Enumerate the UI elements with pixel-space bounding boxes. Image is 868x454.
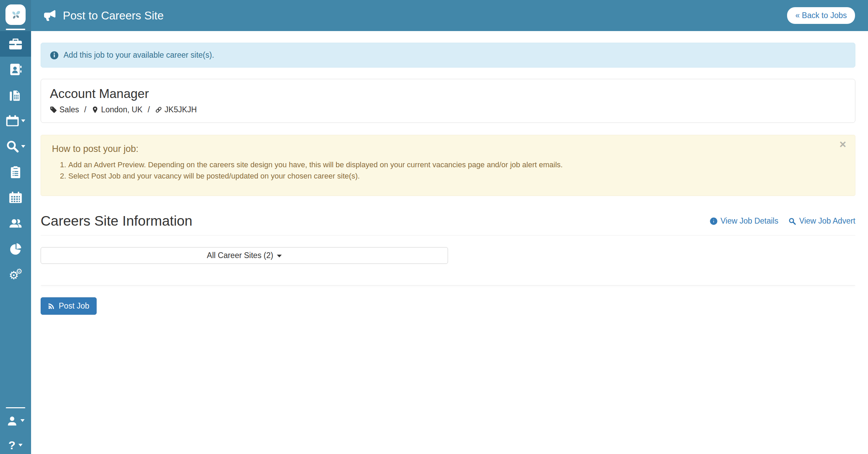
view-job-advert-link[interactable]: View Job Advert [788,216,855,226]
section-divider [41,285,855,286]
fax-icon [9,89,22,101]
careers-section-title: Careers Site Information [41,213,192,229]
post-job-button[interactable]: Post Job [41,297,97,315]
question-mark-icon: ? [9,439,16,451]
howto-panel: × How to post your job: Add an Advert Pr… [41,135,855,196]
info-alert-text: Add this job to your available career si… [64,51,214,60]
pie-chart-icon [9,242,22,255]
job-location: London, UK [92,105,142,114]
meta-separator: / [84,105,86,114]
page-title: Post to Careers Site [44,9,164,22]
help-menu[interactable]: ? [0,433,31,454]
caret-down-icon [21,119,25,122]
sidebar-item-search[interactable] [0,133,31,159]
job-title: Account Manager [50,87,846,101]
view-job-details-link[interactable]: View Job Details [710,216,779,226]
main-content: Add this job to your available career si… [31,31,868,315]
sidebar: ⚙ ⚙ ? [0,0,31,454]
info-circle-icon [710,217,717,225]
info-circle-icon [50,51,59,60]
tag-icon [50,106,57,113]
gears-icon: ⚙ ⚙ [9,268,23,281]
meta-separator: / [148,105,150,114]
address-book-icon [9,63,22,76]
info-alert: Add this job to your available career si… [41,43,855,68]
briefcase-icon [9,38,22,50]
butterfly-logo-icon [5,4,26,25]
page-header: Post to Careers Site « Back to Jobs [31,0,868,31]
sidebar-item-settings[interactable]: ⚙ ⚙ [0,261,31,287]
sidebar-item-users[interactable] [0,210,31,236]
careers-section-header: Careers Site Information View Job Detail… [41,213,855,236]
caret-down-icon [277,255,282,257]
close-icon[interactable]: × [837,138,848,150]
job-card: Account Manager Sales / London, UK / [41,79,855,123]
job-meta: Sales / London, UK / JK5JKJH [50,105,846,114]
user-icon [7,415,17,426]
user-menu[interactable] [0,408,31,433]
howto-heading: How to post your job: [52,144,844,154]
job-department: Sales [50,105,79,114]
clipboard-list-icon [9,166,22,178]
magnifier-icon [788,217,796,225]
sidebar-bottom: ? [0,407,31,454]
sidebar-item-candidates[interactable] [0,57,31,82]
sidebar-item-jobs[interactable] [0,31,31,57]
page-title-text: Post to Careers Site [63,9,164,22]
app-logo[interactable] [0,0,31,31]
rss-icon [48,302,55,310]
section-links: View Job Details View Job Advert [710,216,855,226]
sidebar-item-reports[interactable] [0,236,31,261]
link-icon [155,106,162,113]
sidebar-item-clients[interactable] [0,82,31,108]
calendar-outline-icon [6,114,19,127]
sidebar-item-tasks[interactable] [0,159,31,185]
users-icon [9,217,22,229]
caret-down-icon [20,419,25,422]
howto-step: Select Post Job and your vacancy will be… [68,171,844,181]
search-icon [6,140,19,153]
back-to-jobs-button[interactable]: « Back to Jobs [787,7,855,24]
sidebar-item-schedule[interactable] [0,185,31,210]
calendar-grid-icon [9,191,22,204]
career-sites-dropdown-label: All Career Sites (2) [207,251,273,260]
bullhorn-icon [44,9,57,22]
sidebar-item-calendar[interactable] [0,108,31,133]
caret-down-icon [18,444,23,446]
caret-down-icon [21,145,25,148]
howto-step: Add an Advert Preview. Depending on the … [68,160,844,170]
career-sites-dropdown[interactable]: All Career Sites (2) [41,247,448,264]
howto-steps: Add an Advert Preview. Depending on the … [52,160,844,181]
job-reference: JK5JKJH [155,105,197,114]
logo-underline [6,29,25,30]
map-marker-icon [92,106,99,113]
